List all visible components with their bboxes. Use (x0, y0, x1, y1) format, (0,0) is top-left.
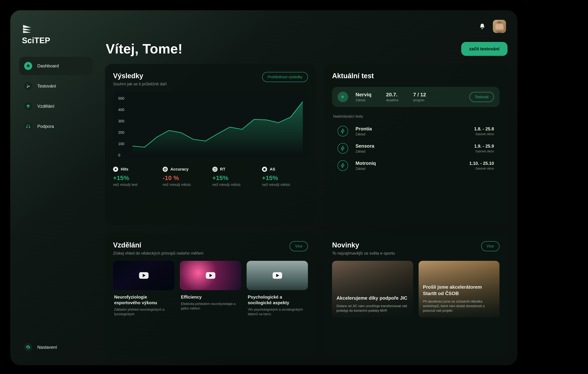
current-test-progress-label: progres (413, 98, 426, 102)
education-item[interactable]: Efficiency Efektivita pohledem neurofyzi… (180, 261, 241, 317)
education-subtitle: Získej vhled do vědeckých principů našeh… (113, 251, 203, 256)
current-test-level: Základ (356, 98, 371, 102)
bolt-icon (337, 126, 348, 136)
results-subtitle: Souhrn jak se ti průběžně daří (113, 82, 167, 87)
app-window: SciTEP Dashboard Testování Vzdělání Podp… (10, 10, 517, 365)
metric-delta: +15% (212, 174, 258, 182)
sidebar-item-support[interactable]: Podpora (19, 117, 93, 135)
video-thumbnail (180, 261, 241, 290)
metric-name: Hits (121, 167, 128, 172)
results-card: Výsledky Souhrn jak se ti průběžně daří … (105, 64, 316, 225)
upcoming-test-name: Motroniq (356, 160, 462, 166)
current-test-card: Aktuální test Nerviq Základ 20.7. deadli… (324, 64, 507, 225)
svg-point-4 (28, 86, 30, 87)
gear-icon (24, 343, 32, 351)
metric-icon (212, 167, 218, 172)
current-test-name: Nerviq (356, 92, 371, 98)
metric-name: AS (270, 167, 275, 172)
upcoming-test-window: 1.10. - 25.10 (469, 161, 494, 166)
upcoming-label: Nadcházející testy (333, 114, 499, 119)
education-item-title: Neurofyziologie esportového výkonu (113, 294, 174, 306)
dots-icon (24, 82, 32, 90)
notifications-button[interactable] (478, 22, 486, 30)
sidebar-item-settings[interactable]: Nastavení (19, 338, 93, 356)
start-testing-button[interactable]: začít testování (461, 42, 507, 56)
metric-icon (113, 167, 118, 172)
current-test-deadline-label: deadline (386, 98, 399, 102)
news-card: Novinky To nejzajímavější ze světa e-spo… (324, 233, 507, 356)
news-item-sub: Při akceleraci jsme se zúčastnili několi… (423, 299, 495, 313)
play-icon (139, 272, 148, 279)
metric: Accuracy -10 % než minulý měsíc (163, 167, 209, 187)
video-thumbnail (247, 261, 308, 290)
svg-marker-2 (23, 31, 31, 33)
metric-delta: -10 % (163, 174, 209, 182)
sidebar: SciTEP Dashboard Testování Vzdělání Podp… (10, 10, 101, 365)
bolt-icon (337, 160, 348, 171)
metric-icon (163, 167, 168, 172)
metric: Hits +15% než minulý test (113, 167, 159, 187)
test-button[interactable]: Testovat (470, 92, 494, 102)
sidebar-item-label: Vzdělání (37, 104, 54, 109)
news-item[interactable]: Akcelerujeme díky podpoře JIC Dotace od … (332, 261, 413, 318)
education-item-sub: Vliv psychologických a socialogických fa… (247, 307, 308, 317)
y-tick: 200 (118, 130, 124, 135)
sidebar-nav: Dashboard Testování Vzdělání Podpora (19, 57, 93, 135)
play-icon (273, 272, 282, 279)
upcoming-test-window: 1.8. - 25.8 (474, 126, 494, 132)
metric-delta: +15% (113, 174, 159, 182)
svg-rect-9 (116, 168, 116, 169)
avatar[interactable] (493, 20, 506, 33)
bolt-icon (337, 92, 348, 102)
logo-mark-icon (22, 24, 32, 34)
upcoming-list: ProntiaZáklad 1.8. - 25.8časové okno Sen… (332, 122, 499, 174)
education-item-sub: Efektivita pohledem neurofyziologie a je… (180, 302, 241, 311)
current-test-deadline: 20.7. (386, 92, 399, 98)
upcoming-test-row[interactable]: MotroniqZáklad 1.10. - 25.10časové okno (332, 157, 499, 174)
topbar (105, 20, 507, 33)
metric-icon (262, 167, 267, 172)
svg-marker-0 (23, 25, 31, 28)
upcoming-test-window: 1.9. - 25.9 (474, 143, 494, 149)
play-icon (206, 272, 215, 279)
sidebar-item-testing[interactable]: Testování (19, 77, 93, 95)
y-tick: 500 (118, 96, 124, 100)
y-tick: 100 (118, 142, 124, 146)
sidebar-item-dashboard[interactable]: Dashboard (19, 57, 93, 75)
education-item[interactable]: Psychologické a socilogické aspekty Vliv… (247, 261, 308, 317)
education-title: Vzdělání (113, 241, 203, 249)
sidebar-item-label: Nastavení (37, 345, 57, 350)
metric-sub: než minulý měsíc (212, 183, 258, 187)
upcoming-test-window-label: časové okno (469, 167, 494, 171)
y-tick: 300 (118, 119, 124, 123)
education-item[interactable]: Neurofyziologie esportového výkonu Zákla… (113, 261, 174, 317)
results-title: Výsledky (113, 72, 167, 80)
upcoming-test-window-label: časové okno (474, 149, 494, 153)
y-tick: 400 (118, 108, 124, 112)
news-item[interactable]: Prošli jsme akcelerátorem StartIt od ČSO… (419, 261, 499, 318)
svg-point-3 (27, 85, 28, 86)
education-more-button[interactable]: Více (290, 241, 308, 251)
upcoming-test-row[interactable]: SensoraZáklad 1.9. - 25.9časové okno (332, 140, 499, 157)
bolt-icon (337, 143, 348, 154)
news-item-title: Prošli jsme akcelerátorem StartIt od ČSO… (423, 284, 495, 297)
svg-point-11 (165, 169, 166, 170)
sidebar-item-label: Testování (37, 84, 56, 89)
news-more-button[interactable]: Více (481, 241, 499, 251)
metric: AS +15% než minulý měsíc (262, 167, 308, 187)
main-content: Vítej, Tome! začít testování Výsledky So… (101, 10, 517, 365)
education-item-title: Efficiency (180, 294, 241, 300)
home-icon (24, 62, 32, 70)
view-results-button[interactable]: Prohlédnout výsledky (262, 72, 308, 82)
sidebar-item-label: Dashboard (37, 63, 59, 68)
metrics-row: Hits +15% než minulý testAccuracy -10 % … (113, 167, 308, 187)
logo-text: SciTEP (22, 36, 93, 45)
upcoming-test-row[interactable]: ProntiaZáklad 1.8. - 25.8časové okno (332, 122, 499, 140)
metric: RT +15% než minulý měsíc (212, 167, 258, 187)
graduation-cap-icon (24, 102, 32, 110)
news-title: Novinky (332, 241, 395, 249)
metric-name: RT (220, 167, 225, 172)
sidebar-item-education[interactable]: Vzdělání (19, 97, 93, 115)
upcoming-test-level: Základ (356, 167, 462, 171)
current-test-progress: 7 / 12 (413, 92, 426, 98)
